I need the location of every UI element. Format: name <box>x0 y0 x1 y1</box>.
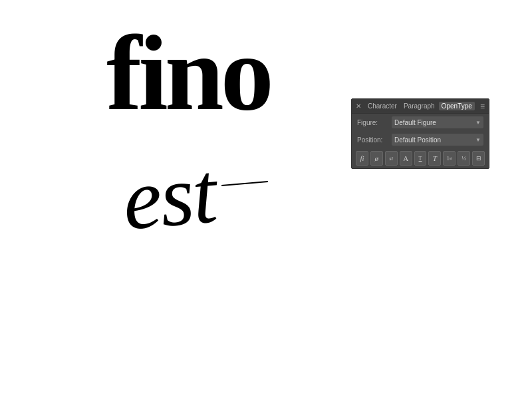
figure-dropdown-arrow: ▼ <box>475 120 481 126</box>
canvas: fino est ✕ Character Paragraph OpenType … <box>0 0 532 399</box>
figure-select[interactable]: Default Figure ▼ <box>392 116 483 128</box>
panel-tabs: Character Paragraph OpenType <box>365 102 480 110</box>
crossbar-decoration <box>221 181 268 186</box>
panel-header: ✕ Character Paragraph OpenType ≡ <box>352 99 489 114</box>
tab-opentype[interactable]: OpenType <box>439 102 475 110</box>
figure-row: Figure: Default Figure ▼ <box>352 114 489 131</box>
contextual-button[interactable]: T <box>414 151 427 166</box>
position-row: Position: Default Position ▼ <box>352 131 489 148</box>
position-label: Position: <box>357 136 392 144</box>
tab-paragraph[interactable]: Paragraph <box>401 102 438 110</box>
panel-close-button[interactable]: ✕ <box>356 102 361 110</box>
opentype-panel: ✕ Character Paragraph OpenType ≡ Figure:… <box>351 98 489 169</box>
oldstyle-button[interactable]: st <box>385 151 398 166</box>
panel-menu-icon[interactable]: ≡ <box>480 102 485 111</box>
fractions-button[interactable]: ½ <box>458 151 470 166</box>
titling-button[interactable]: A <box>400 151 412 166</box>
ligature-button[interactable]: fi <box>356 151 368 166</box>
discretionary-ligature-button[interactable]: ø <box>370 151 383 166</box>
superscript-button[interactable]: 1st <box>443 151 456 166</box>
swash-button[interactable]: T <box>428 151 441 166</box>
position-select[interactable]: Default Position ▼ <box>392 134 483 146</box>
figure-value: Default Figure <box>394 119 436 126</box>
est-display-text: est <box>119 142 219 249</box>
fino-display-text: fino <box>106 20 271 126</box>
position-dropdown-arrow: ▼ <box>475 137 481 143</box>
glyphset-button[interactable]: ⊟ <box>472 151 485 166</box>
figure-label: Figure: <box>357 119 392 126</box>
tab-character[interactable]: Character <box>365 102 400 110</box>
position-value: Default Position <box>394 136 441 144</box>
glyph-buttons-row: fi ø st A T T 1st ½ ⊟ <box>352 148 489 168</box>
